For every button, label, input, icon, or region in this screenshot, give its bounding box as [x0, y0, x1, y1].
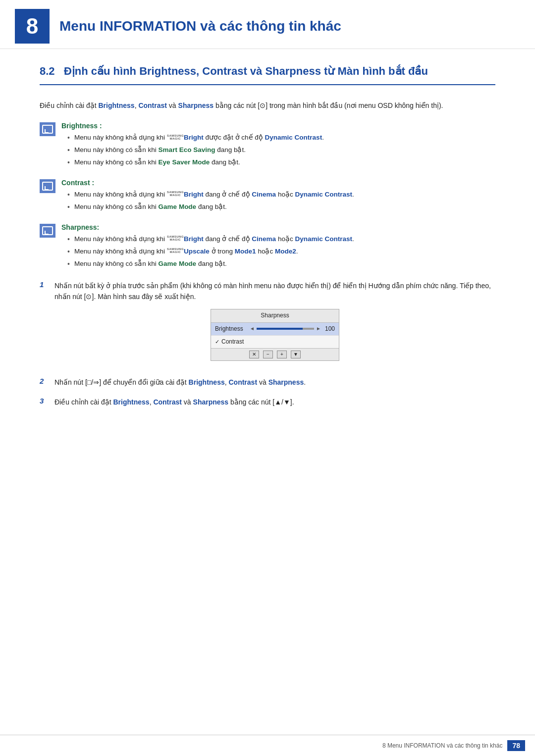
- contrast-kw-step2: Contrast: [228, 378, 257, 386]
- osd-btn-plus[interactable]: +: [277, 351, 287, 358]
- step-number-3: 3: [40, 397, 54, 405]
- osd-box: Sharpness Brightness ◄ ► 100 ✓: [211, 309, 339, 361]
- step-number-2: 2: [40, 377, 54, 385]
- list-item: Menu này không khả dụng khi SAMSUNGMAGIC…: [66, 133, 495, 143]
- page-header: 8 Menu INFORMATION và các thông tin khác: [0, 0, 535, 49]
- list-item: Menu này không khả dụng khi SAMSUNGMAGIC…: [66, 247, 495, 257]
- sharpness-keyword: Sharpness: [178, 101, 214, 109]
- footer-text: 8 Menu INFORMATION và các thông tin khác: [382, 742, 503, 749]
- cinema-keyword2: Cinema: [252, 235, 276, 243]
- section-title: 8.2 Định cấu hình Brightness, Contrast v…: [40, 64, 495, 79]
- samsung-magic-badge: SAMSUNGMAGIC: [167, 248, 184, 253]
- eye-saver-keyword: Eye Saver Mode: [159, 158, 210, 166]
- contrast-note: Contrast : Menu này không khả dụng khi S…: [40, 179, 495, 214]
- chapter-badge: 8: [15, 9, 50, 44]
- list-item: Menu này không có sẵn khi Game Mode đang…: [66, 202, 495, 212]
- brightness-keyword: Brightness: [99, 101, 135, 109]
- brightness-note-content: Brightness : Menu này không khả dụng khi…: [61, 122, 495, 170]
- mode1-keyword: Mode1: [235, 248, 256, 255]
- osd-btn-minus[interactable]: −: [263, 351, 273, 358]
- brightness-kw-step2: Brightness: [189, 378, 225, 386]
- bright-keyword: Bright: [184, 191, 204, 198]
- samsung-magic-badge: SAMSUNGMAGIC: [167, 134, 184, 140]
- bright-keyword: Bright: [184, 134, 204, 141]
- sharpness-kw-step3: Sharpness: [193, 398, 229, 406]
- dynamic-contrast-keyword: Dynamic Contrast: [265, 134, 322, 141]
- osd-right-arrow: ►: [316, 325, 321, 333]
- sharpness-bullet-list: Menu này không khả dụng khi SAMSUNGMAGIC…: [61, 234, 495, 269]
- bright-keyword2: Bright: [184, 235, 204, 243]
- sharpness-kw-step2: Sharpness: [268, 378, 304, 386]
- osd-footer: ✕ − + ▼: [211, 348, 339, 360]
- list-item: Menu này không có sẵn khi Smart Eco Savi…: [66, 145, 495, 155]
- dynamic-contrast-keyword3: Dynamic Contrast: [295, 235, 352, 243]
- osd-btn-down[interactable]: ▼: [291, 351, 301, 358]
- list-item: Menu này không có sẵn khi Game Mode đang…: [66, 259, 495, 269]
- note-icon-graphic: [42, 226, 53, 235]
- brightness-kw-step3: Brightness: [113, 398, 150, 406]
- header-title: Menu INFORMATION và các thông tin khác: [59, 18, 341, 34]
- step-2: 2 Nhấn nút [□/⇒] để chuyển đổi giữa cài …: [40, 377, 495, 388]
- main-content: 8.2 Định cấu hình Brightness, Contrast v…: [0, 49, 535, 447]
- osd-brightness-row: Brightness ◄ ► 100: [211, 323, 339, 336]
- game-mode-keyword2: Game Mode: [159, 260, 197, 267]
- list-item: Menu này không có sẵn khi Eye Saver Mode…: [66, 157, 495, 168]
- osd-screenshot: Sharpness Brightness ◄ ► 100 ✓: [54, 309, 495, 361]
- smart-eco-keyword: Smart Eco Saving: [159, 146, 215, 153]
- step-2-text: Nhấn nút [□/⇒] để chuyển đổi giữa cài đặ…: [54, 377, 495, 388]
- sharpness-note-title: Sharpness:: [61, 223, 495, 231]
- contrast-note-title: Contrast :: [61, 179, 495, 187]
- section-number: 8.2: [40, 65, 55, 77]
- brightness-bullet-list: Menu này không khả dụng khi SAMSUNGMAGIC…: [61, 133, 495, 168]
- step-number-1: 1: [40, 280, 54, 289]
- note-icon-contrast: [40, 179, 55, 193]
- osd-brightness-value: 100: [321, 324, 335, 334]
- game-mode-keyword: Game Mode: [159, 203, 197, 210]
- step-1-text: Nhấn nút bất kỳ ở phía trước sản phẩm (k…: [54, 280, 495, 368]
- list-item: Menu này không khả dụng khi SAMSUNGMAGIC…: [66, 190, 495, 200]
- samsung-magic-badge: SAMSUNGMAGIC: [167, 235, 184, 241]
- osd-check-icon: ✓: [215, 338, 219, 347]
- mode2-keyword: Mode2: [275, 248, 296, 255]
- list-item: Menu này không khả dụng khi SAMSUNGMAGIC…: [66, 234, 495, 245]
- osd-btn-x[interactable]: ✕: [249, 351, 259, 358]
- brightness-note: Brightness : Menu này không khả dụng khi…: [40, 122, 495, 170]
- note-icon-graphic: [42, 125, 53, 134]
- osd-contrast-row: ✓ Contrast: [211, 336, 339, 348]
- note-icon-brightness: [40, 122, 55, 136]
- osd-slider: ◄ ►: [250, 325, 321, 333]
- page-footer: 8 Menu INFORMATION và các thông tin khác…: [0, 735, 535, 756]
- intro-paragraph: Điều chỉnh cài đặt Brightness, Contrast …: [40, 100, 495, 111]
- cinema-keyword: Cinema: [252, 191, 276, 198]
- brightness-note-title: Brightness :: [61, 122, 495, 130]
- contrast-kw-step3: Contrast: [153, 398, 182, 406]
- step-3: 3 Điều chỉnh cài đặt Brightness, Contras…: [40, 397, 495, 407]
- contrast-bullet-list: Menu này không khả dụng khi SAMSUNGMAGIC…: [61, 190, 495, 212]
- samsung-magic-badge: SAMSUNGMAGIC: [167, 191, 184, 197]
- osd-header: Sharpness: [211, 309, 339, 322]
- section-heading: 8.2 Định cấu hình Brightness, Contrast v…: [40, 64, 495, 85]
- sharpness-note-content: Sharpness: Menu này không khả dụng khi S…: [61, 223, 495, 271]
- contrast-note-content: Contrast : Menu này không khả dụng khi S…: [61, 179, 495, 214]
- note-icon-graphic: [42, 182, 53, 191]
- chapter-number: 8: [26, 14, 38, 39]
- page-number: 78: [507, 740, 525, 751]
- osd-fill: [257, 328, 303, 330]
- osd-track: [257, 328, 314, 330]
- sharpness-note: Sharpness: Menu này không khả dụng khi S…: [40, 223, 495, 271]
- note-icon-sharpness: [40, 224, 55, 238]
- step-3-text: Điều chỉnh cài đặt Brightness, Contrast …: [54, 397, 495, 407]
- osd-left-arrow: ◄: [250, 325, 255, 333]
- step-1: 1 Nhấn nút bất kỳ ở phía trước sản phẩm …: [40, 280, 495, 368]
- contrast-keyword: Contrast: [138, 101, 167, 109]
- dynamic-contrast-keyword2: Dynamic Contrast: [295, 191, 352, 198]
- section-title-text: Định cấu hình Brightness, Contrast và Sh…: [64, 65, 428, 77]
- osd-brightness-label: Brightness: [215, 324, 250, 334]
- upscale-keyword: Upscale: [184, 248, 210, 255]
- osd-contrast-label: Contrast: [221, 337, 244, 347]
